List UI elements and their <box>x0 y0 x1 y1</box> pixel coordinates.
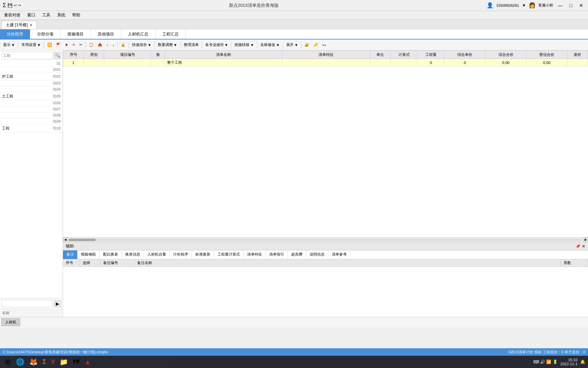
tab-close-icon[interactable]: × <box>30 23 32 28</box>
table-row[interactable]: 1 整个工程 0 0 0.00 0.00 <box>63 59 588 66</box>
td-type <box>84 59 104 66</box>
quick-access-undo[interactable]: ↩ <box>14 3 17 7</box>
support-avatar: 👩 <box>529 2 536 9</box>
rencaiji-btn[interactable]: 人材机 <box>1 318 20 326</box>
menu-liangqianduijie[interactable]: 量前对接 <box>1 12 23 19</box>
taskbar-app-acrobat[interactable]: ▲ <box>83 357 93 367</box>
tree-item-code-0109: 0109 <box>53 120 61 123</box>
sidebar-bottom-btn[interactable]: ▶ <box>54 300 61 307</box>
taskbar-app-maps[interactable]: 🗺 <box>71 357 81 367</box>
table-scroll-area[interactable]: 序号 类别 项目编号 换 清单名称 清单特征 单位 计算式 工程量 综合单价 综… <box>63 50 588 237</box>
quick-group-btn[interactable]: 快速组价 ▼ <box>130 41 153 48</box>
taskbar-date: 2022-11-1 <box>560 362 577 366</box>
sep2 <box>44 42 44 48</box>
aux-pin-icon[interactable]: 📌 <box>575 244 581 249</box>
tab-fenbufenxiang[interactable]: 分部分项 <box>30 29 61 39</box>
icon-btn-5[interactable]: ✂ <box>78 42 84 48</box>
td-unitprice: 0 <box>444 59 485 66</box>
aux-tab-gongcheng[interactable]: 工程量计算式 <box>214 250 244 259</box>
aux-tab-qingdantezheng[interactable]: 清单特征 <box>244 250 266 259</box>
tab-gongchenghui[interactable]: 工程汇总 <box>156 29 186 39</box>
taskbar-app-browser[interactable]: 🦊 <box>28 357 39 367</box>
organize-btn[interactable]: 整理清单 <box>182 41 200 48</box>
measure-btn[interactable]: 措施转移 ▼ <box>233 41 256 48</box>
hscroll-thumb[interactable] <box>68 239 96 241</box>
quick-access-save[interactable]: 💾 <box>7 3 13 8</box>
aux-tab-beizhu[interactable]: 备注 <box>63 250 78 259</box>
win-close-btn[interactable]: ✕ <box>577 2 585 9</box>
td-formula <box>391 59 418 66</box>
win-minimize-btn[interactable]: — <box>556 2 565 9</box>
expand-btn[interactable]: 展开 ▼ <box>284 41 300 48</box>
taskbar-app-wps[interactable]: V <box>50 358 56 366</box>
tab-fenbufen-left[interactable]: 分价程序 <box>0 29 30 39</box>
taskbar-app-files[interactable]: 📁 <box>58 357 69 367</box>
sidebar-search-input[interactable] <box>1 52 53 59</box>
aux-tab-peibisuan[interactable]: 配比换算 <box>100 250 122 259</box>
measure-label: 措施转移 <box>234 42 249 47</box>
user-dropdown-icon[interactable]: ▼ <box>522 3 526 8</box>
aux-tab-rencaiji[interactable]: 人材机合量 <box>144 250 170 259</box>
taskbar-clock[interactable]: 15:10 2022-11-1 <box>560 358 577 366</box>
tree-item-0110[interactable]: 工程 0110 <box>0 125 63 132</box>
taskbar-app-edge[interactable]: 🌐 <box>15 357 26 367</box>
content-wrapper: 分价程序 分部分项 措施项目 其他项目 人材机汇总 工程汇总 显示 ▼ 常用设置… <box>0 29 588 327</box>
tree-item-0104[interactable]: 0104 <box>0 87 63 93</box>
taskbar-app-xindianhui[interactable]: Σ <box>41 358 48 366</box>
aux-tab-huansuan[interactable]: 换算信息 <box>122 250 144 259</box>
tree-item-0107[interactable]: 0107 <box>0 106 63 112</box>
aux-tab-chaogao[interactable]: 超高费 <box>288 250 306 259</box>
aux-tab-qingdanzhi[interactable]: 清单指引 <box>266 250 288 259</box>
icon-btn-2[interactable]: 🚩 <box>54 42 63 48</box>
delete-btn[interactable]: ✕ <box>70 42 77 48</box>
sidebar-bottom-input[interactable] <box>1 300 52 307</box>
aux-tab-jijiachengxu[interactable]: 计价程序 <box>170 250 192 259</box>
icon-btn-8[interactable]: ↑ <box>105 42 110 48</box>
tree-item-0101[interactable]: 0101 <box>0 67 63 73</box>
sidebar-search-btn[interactable]: 🔍 <box>54 52 61 59</box>
tab-rencaiji[interactable]: 人材机汇总 <box>121 29 156 39</box>
win-maximize-btn[interactable]: □ <box>568 2 574 9</box>
aux-header: 辅助 📌 ✕ <box>63 242 588 250</box>
tree-item-01[interactable]: 01 <box>0 61 63 67</box>
hscroll-left-btn[interactable]: ◀ <box>63 237 68 242</box>
hscroll-track[interactable] <box>68 239 583 241</box>
tab-qitaxiangmu[interactable]: 其他项目 <box>91 29 121 39</box>
tab-tujian[interactable]: 土建 [1号楼] × <box>1 21 37 29</box>
display-btn[interactable]: 显示 ▼ <box>1 41 17 48</box>
rename-btn[interactable]: 名称修改 ▼ <box>259 41 281 48</box>
hscroll-right-btn[interactable]: ▶ <box>583 237 588 242</box>
taskbar-notification[interactable]: 🔔 <box>580 359 585 364</box>
aux-close-icon[interactable]: ✕ <box>582 244 585 249</box>
icon-key-btn[interactable]: 🗝 <box>321 42 328 48</box>
tree-item-0106[interactable]: 0106 <box>0 100 63 106</box>
tab-cuoshixiangmu[interactable]: 措施项目 <box>61 29 91 39</box>
tree-item-code-0102: 0102 <box>53 75 61 78</box>
aux-tab-cankao[interactable]: 清单参考 <box>328 250 350 259</box>
common-settings-btn[interactable]: 常用设置 ▼ <box>20 41 43 48</box>
start-btn[interactable]: ⊞ <box>3 357 13 367</box>
menu-tools[interactable]: 工具 <box>39 12 53 19</box>
tree-item-0103[interactable]: 0103 <box>0 80 63 87</box>
icon-btn-1[interactable]: 🔀 <box>46 42 54 48</box>
menu-help[interactable]: 帮助 <box>69 12 83 19</box>
icon-btn-10[interactable]: 🔒 <box>119 42 127 48</box>
aux-tab-muban[interactable]: 模板钢筋 <box>78 250 100 259</box>
qty-adjust-btn[interactable]: 数量调整 ▼ <box>156 41 179 48</box>
tree-item-0105[interactable]: 土工程 0105 <box>0 93 63 100</box>
icon-lock-btn[interactable]: 🔐 <box>303 42 311 48</box>
tree-item-0108[interactable]: 0108 <box>0 112 63 119</box>
aux-tab-shuoming[interactable]: 说明信息 <box>306 250 328 259</box>
icon-btn-3[interactable]: ➤ <box>63 42 70 48</box>
tree-item-0102[interactable]: 护工程 0102 <box>0 73 63 80</box>
icon-btn-9[interactable]: ↓ <box>111 42 116 48</box>
menu-window[interactable]: 窗口 <box>24 12 38 19</box>
icon-lock3-btn[interactable]: 🔑 <box>312 42 320 48</box>
menu-system[interactable]: 系统 <box>54 12 68 19</box>
quick-access-redo[interactable]: ↪ <box>18 3 21 7</box>
tree-item-0109[interactable]: 0109 <box>0 119 63 125</box>
specialty-btn[interactable]: 各专业操作 ▼ <box>203 41 230 48</box>
icon-btn-7[interactable]: 📤 <box>96 42 104 48</box>
icon-btn-6[interactable]: 📋 <box>87 42 95 48</box>
aux-tab-biaozhun[interactable]: 标准换算 <box>192 250 214 259</box>
